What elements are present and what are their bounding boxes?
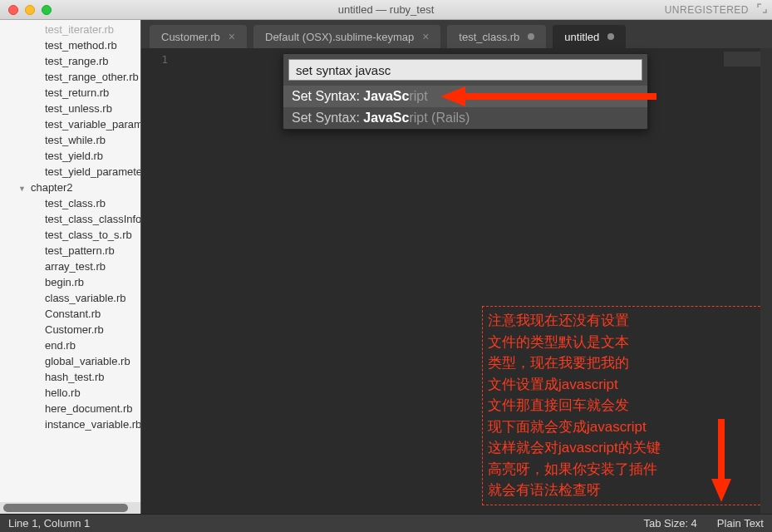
file-item[interactable]: here_document.rb <box>0 401 140 416</box>
close-icon[interactable]: × <box>229 30 235 43</box>
sidebar: test_iterater.rb test_method.rb test_ran… <box>0 20 141 514</box>
file-item[interactable]: array_test.rb <box>0 259 140 274</box>
code-body[interactable]: Set Syntax: JavaScript Set Syntax: JavaS… <box>175 48 772 514</box>
tab-testclass[interactable]: test_class.rb <box>447 25 546 48</box>
annotation-line: 高亮呀，如果你安装了插件 <box>488 459 759 480</box>
sidebar-scrollbar[interactable] <box>0 502 140 514</box>
palette-item-bold: JavaSc <box>363 89 409 103</box>
main-area: test_iterater.rb test_method.rb test_ran… <box>0 20 772 514</box>
annotation-line: 就会有语法检查呀 <box>488 480 759 501</box>
close-icon[interactable]: × <box>422 30 429 43</box>
file-item[interactable]: test_range.rb <box>0 53 140 69</box>
tab-keymap[interactable]: Default (OSX).sublime-keymap × <box>253 25 440 48</box>
file-item[interactable]: class_variable.rb <box>0 290 140 306</box>
palette-item-rest: ript <box>409 89 427 103</box>
zoom-window-button[interactable] <box>42 5 52 15</box>
expand-icon[interactable] <box>757 3 767 16</box>
palette-item-prefix: Set Syntax <box>292 89 356 103</box>
traffic-lights <box>0 5 52 15</box>
command-palette-input[interactable] <box>288 59 642 81</box>
palette-item-prefix: Set Syntax <box>292 111 356 125</box>
file-item[interactable]: test_class_to_s.rb <box>0 227 140 243</box>
titlebar: untitled — ruby_test UNREGISTERED <box>0 0 772 20</box>
folder-item[interactable]: chapter2 <box>0 180 140 195</box>
palette-item-bold: JavaSc <box>363 111 409 125</box>
file-item[interactable]: instance_variable.rb <box>0 416 140 432</box>
file-item[interactable]: Customer.rb <box>0 322 140 337</box>
file-item[interactable]: global_variable.rb <box>0 353 140 369</box>
code-area[interactable]: 1 Set Syntax: JavaScript Set Syntax: Jav… <box>141 48 772 514</box>
file-item[interactable]: hello.rb <box>0 385 140 401</box>
tab-label: Customer.rb <box>161 31 220 43</box>
statusbar: Line 1, Column 1 Tab Size: 4 Plain Text <box>0 514 772 532</box>
file-tree: test_iterater.rb test_method.rb test_ran… <box>0 20 140 502</box>
editor-area: Customer.rb × Default (OSX).sublime-keym… <box>141 20 772 514</box>
status-tabsize[interactable]: Tab Size: 4 <box>644 517 697 530</box>
dirty-dot-icon <box>607 33 614 40</box>
file-item[interactable]: Constant.rb <box>0 306 140 322</box>
command-palette: Set Syntax: JavaScript Set Syntax: JavaS… <box>283 53 648 130</box>
file-item[interactable]: test_class.rb <box>0 195 140 211</box>
palette-item[interactable]: Set Syntax: JavaScript <box>283 86 647 107</box>
file-item[interactable]: test_range_other.rb <box>0 69 140 85</box>
file-item[interactable]: test_return.rb <box>0 85 140 101</box>
file-item[interactable]: test_class_classInfo.rb <box>0 211 140 227</box>
annotation-line: 注意我现在还没有设置 <box>488 310 759 332</box>
annotation-line: 文件设置成javascript <box>488 374 759 396</box>
annotation-line: 现下面就会变成javascript <box>488 416 759 438</box>
annotation-text: 注意我现在还没有设置 文件的类型默认是文本 类型，现在我要把我的 文件设置成ja… <box>482 306 765 505</box>
annotation-line: 这样就会对javascript的关键 <box>488 437 759 459</box>
tab-untitled[interactable]: untitled <box>553 25 626 48</box>
file-item[interactable]: test_iterater.rb <box>0 22 140 37</box>
status-position: Line 1, Column 1 <box>8 517 90 530</box>
close-window-button[interactable] <box>8 5 18 15</box>
tab-label: untitled <box>564 31 599 43</box>
status-syntax[interactable]: Plain Text <box>717 517 764 530</box>
gutter: 1 <box>141 48 175 514</box>
palette-item[interactable]: Set Syntax: JavaScript (Rails) <box>283 107 647 129</box>
tab-label: Default (OSX).sublime-keymap <box>265 31 414 43</box>
file-item[interactable]: test_method.rb <box>0 37 140 53</box>
window-title: untitled — ruby_test <box>0 3 772 16</box>
tab-label: test_class.rb <box>459 31 519 43</box>
dirty-dot-icon <box>528 33 534 40</box>
sidebar-scrollbar-thumb[interactable] <box>3 504 128 512</box>
minimize-window-button[interactable] <box>25 5 35 15</box>
palette-item-rest: ript (Rails) <box>409 111 470 125</box>
tab-bar: Customer.rb × Default (OSX).sublime-keym… <box>141 20 772 48</box>
file-item[interactable]: test_yield.rb <box>0 148 140 164</box>
annotation-line: 文件那直接回车就会发 <box>488 395 759 416</box>
minimap[interactable] <box>724 52 764 66</box>
editor-scrollbar[interactable] <box>760 48 772 514</box>
file-item[interactable]: hash_test.rb <box>0 369 140 385</box>
file-item[interactable]: test_yield_parameter.rb <box>0 164 140 180</box>
file-item[interactable]: test_pattern.rb <box>0 243 140 259</box>
file-item[interactable]: end.rb <box>0 337 140 353</box>
annotation-line: 类型，现在我要把我的 <box>488 352 759 374</box>
file-item[interactable]: test_variable_parameter.rb <box>0 116 140 132</box>
unregistered-label: UNREGISTERED <box>665 4 749 16</box>
file-item[interactable]: begin.rb <box>0 274 140 290</box>
line-number: 1 <box>141 53 168 66</box>
annotation-line: 文件的类型默认是文本 <box>488 332 759 353</box>
file-item[interactable]: test_unless.rb <box>0 101 140 116</box>
file-item[interactable]: test_while.rb <box>0 132 140 148</box>
tab-customer[interactable]: Customer.rb × <box>150 25 247 48</box>
